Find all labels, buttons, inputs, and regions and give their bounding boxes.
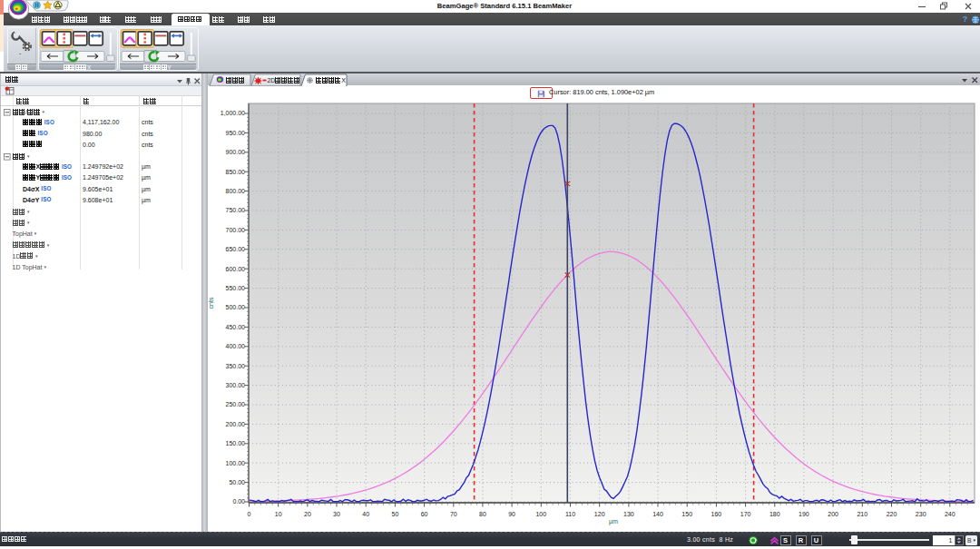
svg-text:160: 160	[711, 510, 722, 516]
svg-text:850.00: 850.00	[226, 168, 246, 174]
svg-text:750.00: 750.00	[226, 207, 246, 213]
svg-text:200.00: 200.00	[226, 420, 246, 426]
svg-text:500.00: 500.00	[226, 304, 246, 310]
svg-text:50: 50	[392, 510, 399, 516]
svg-text:210: 210	[857, 510, 867, 516]
svg-text:180: 180	[769, 510, 780, 516]
svg-text:30: 30	[333, 510, 340, 516]
svg-text:400.00: 400.00	[226, 343, 246, 349]
svg-text:20: 20	[304, 510, 311, 516]
svg-text:1,000.00: 1,000.00	[220, 110, 245, 116]
svg-text:100.00: 100.00	[226, 459, 246, 466]
svg-text:µm: µm	[609, 516, 618, 524]
svg-text:80: 80	[479, 510, 486, 516]
svg-text:0: 0	[248, 510, 251, 516]
svg-text:600.00: 600.00	[226, 265, 246, 271]
svg-text:250.00: 250.00	[226, 401, 246, 407]
svg-text:110: 110	[565, 510, 575, 516]
svg-text:650.00: 650.00	[226, 246, 246, 252]
svg-text:150.00: 150.00	[226, 440, 246, 446]
svg-text:10: 10	[275, 510, 282, 516]
svg-text:900.00: 900.00	[226, 149, 246, 155]
svg-text:170: 170	[740, 510, 751, 516]
svg-text:150: 150	[681, 510, 692, 516]
svg-text:90: 90	[508, 510, 515, 516]
svg-text:700.00: 700.00	[226, 226, 246, 232]
svg-text:140: 140	[652, 510, 663, 516]
svg-text:200: 200	[828, 510, 838, 516]
svg-text:350.00: 350.00	[226, 362, 246, 368]
svg-text:40: 40	[362, 510, 369, 516]
svg-text:120: 120	[594, 510, 605, 516]
svg-text:240: 240	[945, 510, 956, 516]
svg-text:cnts: cnts	[208, 297, 215, 309]
svg-text:0.00: 0.00	[232, 498, 245, 505]
svg-text:100: 100	[535, 510, 546, 516]
svg-text:550.00: 550.00	[226, 285, 246, 291]
svg-text:230: 230	[916, 510, 926, 516]
svg-text:950.00: 950.00	[226, 129, 246, 135]
svg-text:300.00: 300.00	[226, 382, 246, 388]
svg-text:130: 130	[623, 510, 634, 516]
svg-text:190: 190	[799, 510, 809, 516]
svg-text:450.00: 450.00	[226, 323, 246, 329]
svg-text:60: 60	[421, 510, 428, 516]
svg-text:800.00: 800.00	[226, 188, 246, 194]
svg-text:70: 70	[450, 510, 457, 516]
svg-text:220: 220	[887, 510, 897, 516]
svg-text:50.00: 50.00	[229, 479, 245, 485]
